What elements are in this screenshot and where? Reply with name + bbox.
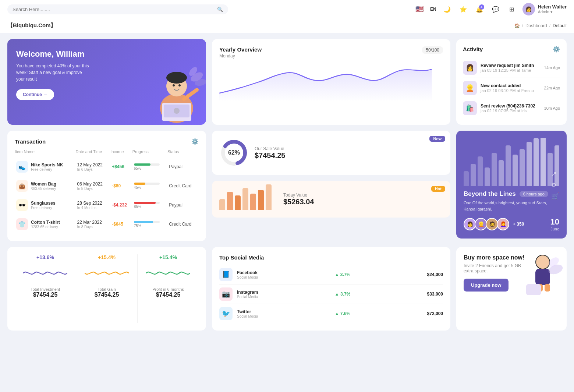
beyond-subtitle: One Of the world,s brightest, young surf…: [464, 200, 559, 212]
breadcrumb: 🏠 / Dashboard / Default: [514, 23, 567, 28]
home-icon[interactable]: 🏠: [514, 23, 520, 28]
welcome-illustration: [132, 39, 206, 125]
avatar-3: 🧔: [486, 218, 498, 230]
welcome-card: Welcome, William You have completed 40% …: [7, 39, 206, 125]
progress-fill: [134, 163, 151, 166]
prog-label: 85%: [134, 205, 166, 209]
act-detail: jan 02 19 03:10 PM at Fresno: [481, 88, 541, 93]
star-icon[interactable]: ⭐: [458, 4, 469, 15]
act-when: 14m Ago: [544, 66, 560, 70]
social-icon: 🐦: [219, 307, 233, 320]
cart-icon[interactable]: 🛒: [551, 192, 559, 200]
progress-bar: [134, 221, 160, 223]
income-cell: +$456: [110, 157, 132, 177]
beyond-bar: [471, 164, 476, 186]
wave-chart: [146, 264, 190, 282]
donut-percent: 62%: [228, 149, 240, 156]
avatar-1: 👩: [464, 218, 476, 230]
hot-badge: Hot: [431, 186, 445, 192]
search-input[interactable]: [13, 7, 214, 12]
act-avatar: 👱: [463, 81, 477, 95]
yearly-overview-title: Yearly Overview: [219, 46, 262, 53]
progress-cell: 75%: [132, 215, 167, 234]
beyond-bar: [485, 167, 490, 186]
beyond-date: 10 June: [550, 217, 559, 231]
user-info[interactable]: 👩 Helen Walter Admin ▾: [522, 3, 567, 15]
messages-icon[interactable]: 💬: [490, 4, 501, 15]
progress-cell: 65%: [132, 157, 167, 177]
breadcrumb-default[interactable]: Default: [553, 23, 567, 28]
share-icon[interactable]: ↗: [551, 169, 559, 177]
social-item: 🐦 Twitter Social Media ▲ 7.6% $72,000: [219, 304, 443, 323]
social-name: Twitter: [237, 309, 258, 314]
today-value-label: Today Value: [283, 193, 314, 198]
social-value: $33,000: [427, 292, 443, 297]
item-icon: 👜: [16, 180, 28, 192]
settings-side-icon[interactable]: ⚙: [551, 181, 559, 188]
beyond-time: 6 hours ago: [520, 191, 548, 197]
transaction-table: Item NameDate and TimeIncomeProgressStat…: [15, 149, 199, 234]
upgrade-button[interactable]: Upgrade now: [464, 279, 509, 292]
svg-point-3: [174, 108, 180, 114]
social-type: Social Media: [237, 314, 258, 318]
sale-donut: 62%: [219, 138, 249, 167]
prog-label: 65%: [134, 166, 166, 170]
dark-mode-icon[interactable]: 🌙: [442, 4, 453, 15]
progress-cell: 45%: [132, 176, 167, 195]
item-name: Women Bag: [31, 181, 56, 187]
search-bar[interactable]: 🔍: [7, 4, 228, 14]
social-list: 📘 Facebook Social Media ▲ 3.7% $24,000 📷…: [219, 265, 443, 323]
expand-icon[interactable]: ⊞: [506, 4, 517, 15]
continue-button[interactable]: Continue →: [16, 89, 54, 100]
invest-item: +15.4% Profit in 6 months $7454.25: [138, 254, 199, 323]
act-title: Sent review (504)236-7302: [481, 103, 541, 109]
table-header: Progress: [132, 149, 167, 157]
activity-item: 👩 Review request jim Smith jan 03 19 12:…: [463, 58, 560, 78]
days: In 5 Days: [77, 187, 109, 191]
language-label[interactable]: EN: [430, 7, 436, 12]
sale-cards: New 62% Our Sale Value $7454.25 Hot: [212, 131, 450, 241]
plus-count: + 350: [513, 222, 524, 227]
date-cell: 06 May 2022 In 5 Days: [76, 176, 111, 195]
beyond-card: Beyond the Lines 6 hours ago One Of the …: [456, 131, 567, 239]
social-percent: ▲ 7.6%: [262, 311, 422, 316]
flag-icon[interactable]: 🇺🇸: [414, 4, 425, 15]
date-cell: 12 May 2022 In 6 Days: [76, 157, 111, 177]
days: In 4 Months: [77, 206, 109, 210]
notification-badge: 4: [479, 4, 484, 10]
main-content-row3: +13.6% Total Investment $7454.25 +15.4% …: [0, 247, 574, 338]
activity-item: 👱 New contact added jan 02 19 03:10 PM a…: [463, 78, 560, 98]
table-row: 👜 Women Bag ₹83.65 delivery 06 May 2022 …: [15, 176, 199, 195]
table-header: Income: [110, 149, 132, 157]
notifications-icon[interactable]: 🔔 4: [474, 4, 485, 15]
item-icon: 🕶️: [16, 199, 28, 211]
item-sub: Free delivery: [31, 206, 56, 210]
date: 28 Sep 2022: [77, 201, 109, 206]
navbar: 🔍 🇺🇸 EN 🌙 ⭐ 🔔 4 💬 ⊞ 👩 Helen Walter Admin…: [0, 0, 574, 18]
invest-value: $7454.25: [18, 292, 72, 298]
status-cell: Paypal: [167, 157, 199, 177]
table-header: Item Name: [15, 149, 76, 157]
svg-point-15: [536, 255, 549, 269]
brand-logo[interactable]: 【Biqubiqu.Com】: [7, 22, 56, 29]
table-header: Status: [167, 149, 199, 157]
sale-value-amount: $7454.25: [255, 151, 285, 160]
date: 22 Mar 2022: [77, 220, 109, 225]
date-month: June: [550, 227, 559, 231]
beyond-bar: [506, 145, 511, 186]
beyond-bar: [527, 142, 532, 186]
svg-rect-18: [545, 284, 550, 292]
activity-list: 👩 Review request jim Smith jan 03 19 12:…: [463, 58, 560, 118]
svg-point-7: [178, 84, 181, 86]
table-row: 👕 Cotton T-shirt ₹283.65 delivery 22 Mar…: [15, 215, 199, 234]
invest-label: Profit in 6 months: [141, 287, 195, 292]
status-cell: Credit Card: [167, 176, 199, 195]
today-bar: [227, 192, 233, 210]
progress-bar: [134, 202, 160, 204]
avatar-4: 👩‍🦰: [497, 218, 509, 230]
table-row: 🕶️ Sunglasses Free delivery 28 Sep 2022 …: [15, 195, 199, 215]
transaction-settings-icon[interactable]: ⚙️: [191, 138, 199, 145]
activity-settings-icon[interactable]: ⚙️: [553, 46, 560, 53]
progress-bar: [134, 183, 160, 185]
breadcrumb-dashboard[interactable]: Dashboard: [525, 23, 547, 28]
